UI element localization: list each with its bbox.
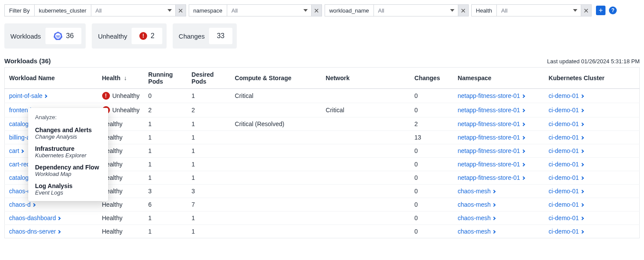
namespace-link[interactable]: chaos-mesh <box>458 214 495 221</box>
cluster-link[interactable]: ci-demo-01 <box>549 188 583 195</box>
cell-compute: Critical (Resolved) <box>231 117 322 131</box>
summary-card-unhealthy[interactable]: Unhealthy ! 2 <box>92 23 166 49</box>
filter-remove-workload-name[interactable]: ✕ <box>458 4 469 16</box>
cell-changes: 0 <box>410 103 454 117</box>
alert-icon: ! <box>102 92 110 100</box>
filter-value-kubernetes-cluster[interactable]: All <box>91 4 176 16</box>
summary-changes-value: 33 <box>217 32 225 40</box>
col-desired-pods[interactable]: Desired Pods <box>187 68 231 89</box>
workload-link[interactable]: cart <box>9 147 23 154</box>
popover-item-title: Log Analysis <box>35 182 101 189</box>
namespace-link[interactable]: netapp-fitness-store-01 <box>458 174 525 181</box>
namespace-link[interactable]: netapp-fitness-store-01 <box>458 161 525 168</box>
sort-arrow-icon: ↓ <box>124 75 127 81</box>
popover-item-subtitle: Kubernetes Explorer <box>35 152 101 159</box>
cell-running: 1 <box>144 225 187 238</box>
cell-network <box>322 211 410 225</box>
cell-compute <box>231 131 322 144</box>
namespace-link[interactable]: chaos-mesh <box>458 188 495 195</box>
cluster-link[interactable]: ci-demo-01 <box>549 147 583 154</box>
workload-link[interactable]: chaos-d <box>9 201 35 208</box>
filter-group-health: Health All ✕ <box>471 4 592 16</box>
cluster-link[interactable]: ci-demo-01 <box>549 161 583 168</box>
cell-desired: 2 <box>187 103 231 117</box>
chevron-right-icon <box>44 94 47 98</box>
col-compute-storage[interactable]: Compute & Storage <box>231 68 322 89</box>
cell-network <box>322 158 410 171</box>
chevron-right-icon <box>521 136 525 140</box>
cell-running: 2 <box>144 103 187 117</box>
cluster-link[interactable]: ci-demo-01 <box>549 174 583 181</box>
cell-changes: 13 <box>410 131 454 144</box>
cell-desired: 1 <box>187 225 231 238</box>
col-k8s-cluster[interactable]: Kubernetes Cluster <box>544 68 640 89</box>
help-icon[interactable]: ? <box>609 6 617 14</box>
chevron-right-icon <box>580 190 583 193</box>
filter-bar: Filter By kubernetes_cluster All ✕ names… <box>4 4 640 16</box>
namespace-link[interactable]: chaos-mesh <box>458 228 495 235</box>
namespace-link[interactable]: netapp-fitness-store-01 <box>458 134 525 141</box>
last-updated: Last updated 01/26/2024 5:31:18 PM <box>547 58 640 65</box>
cell-changes: 0 <box>410 198 454 211</box>
cell-running: 1 <box>144 144 187 158</box>
cluster-link[interactable]: ci-demo-01 <box>549 214 583 221</box>
namespace-link[interactable]: netapp-fitness-store-01 <box>458 120 525 127</box>
summary-card-workloads[interactable]: Workloads W 36 <box>4 23 86 49</box>
cluster-link[interactable]: ci-demo-01 <box>549 228 583 235</box>
workload-link[interactable]: chaos-dashboard <box>9 214 60 221</box>
cell-running: 1 <box>144 158 187 171</box>
col-health[interactable]: Health ↓ <box>98 68 144 89</box>
cell-changes: 0 <box>410 89 454 103</box>
chevron-right-icon <box>580 176 583 180</box>
filter-remove-health[interactable]: ✕ <box>581 4 592 16</box>
chevron-right-icon <box>32 203 35 207</box>
cluster-link[interactable]: ci-demo-01 <box>549 107 583 114</box>
popover-item-title: Infrastructure <box>35 145 101 152</box>
col-changes[interactable]: Changes <box>410 68 454 89</box>
col-namespace[interactable]: Namespace <box>454 68 544 89</box>
cell-desired: 1 <box>187 131 231 144</box>
filter-value-workload-name[interactable]: All <box>374 4 458 16</box>
popover-item[interactable]: InfrastructureKubernetes Explorer <box>28 143 108 161</box>
cell-compute <box>231 171 322 185</box>
namespace-link[interactable]: netapp-fitness-store-01 <box>458 147 525 154</box>
filter-group-workload-name: workload_name All ✕ <box>325 4 469 16</box>
add-filter-button[interactable]: + <box>596 6 605 15</box>
popover-item[interactable]: Log AnalysisEvent Logs <box>28 180 108 198</box>
cell-running: 1 <box>144 211 187 225</box>
filter-remove-namespace[interactable]: ✕ <box>312 4 322 16</box>
cluster-link[interactable]: ci-demo-01 <box>549 120 583 127</box>
workload-link[interactable]: point-of-sale <box>9 92 47 99</box>
cell-compute <box>231 144 322 158</box>
cell-desired: 1 <box>187 144 231 158</box>
cell-desired: 1 <box>187 158 231 171</box>
namespace-link[interactable]: netapp-fitness-store-01 <box>458 92 525 99</box>
cell-running: 1 <box>144 117 187 131</box>
chevron-right-icon <box>492 230 496 234</box>
workload-icon: W <box>53 31 63 41</box>
popover-item[interactable]: Dependency and FlowWorkload Map <box>28 161 108 180</box>
popover-item[interactable]: Changes and AlertsChange Analysis <box>28 124 108 143</box>
cluster-link[interactable]: ci-demo-01 <box>549 201 583 208</box>
summary-card-changes[interactable]: Changes 33 <box>173 23 237 49</box>
col-network[interactable]: Network <box>322 68 410 89</box>
workload-link[interactable]: chaos-dns-server <box>9 228 60 235</box>
cell-network <box>322 117 410 131</box>
cell-compute <box>231 158 322 171</box>
cell-compute: Critical <box>231 89 322 103</box>
cluster-link[interactable]: ci-demo-01 <box>549 92 583 99</box>
filter-remove-kubernetes-cluster[interactable]: ✕ <box>176 4 186 16</box>
namespace-link[interactable]: chaos-mesh <box>458 201 495 208</box>
namespace-link[interactable]: netapp-fitness-store-01 <box>458 107 525 114</box>
cell-running: 0 <box>144 89 187 103</box>
cluster-link[interactable]: ci-demo-01 <box>549 134 583 141</box>
summary-unhealthy-label: Unhealthy <box>96 32 132 40</box>
col-running-pods[interactable]: Running Pods <box>144 68 187 89</box>
filter-value-namespace[interactable]: All <box>227 4 312 16</box>
cell-running: 1 <box>144 171 187 185</box>
filter-value-health[interactable]: All <box>497 4 581 16</box>
chevron-right-icon <box>492 217 496 220</box>
cell-running: 6 <box>144 198 187 211</box>
cell-network <box>322 144 410 158</box>
col-workload-name[interactable]: Workload Name <box>5 68 98 89</box>
